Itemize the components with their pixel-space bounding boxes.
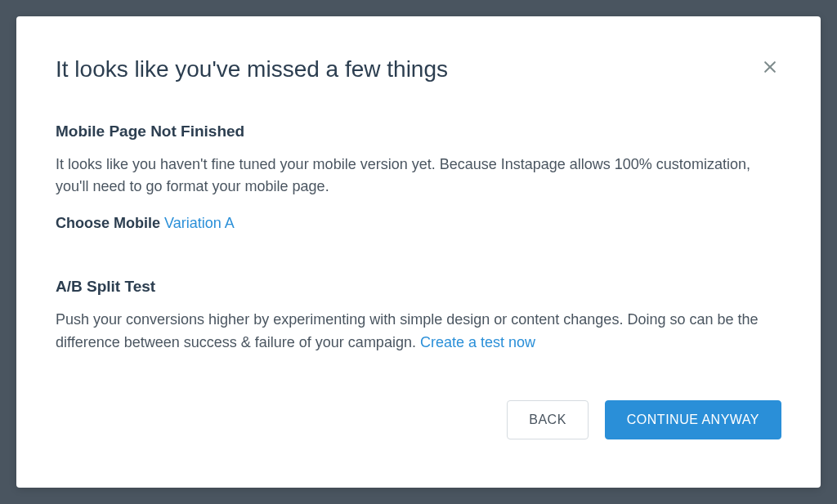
mobile-section-footer: Choose Mobile Variation A bbox=[56, 215, 781, 232]
choose-mobile-label: Choose Mobile bbox=[56, 215, 164, 231]
abtest-section: A/B Split Test Push your conversions hig… bbox=[56, 278, 781, 355]
modal-header: It looks like you've missed a few things bbox=[56, 56, 781, 83]
modal-title: It looks like you've missed a few things bbox=[56, 56, 448, 83]
close-icon bbox=[762, 59, 778, 75]
variation-link[interactable]: Variation A bbox=[164, 215, 235, 231]
abtest-text-content: Push your conversions higher by experime… bbox=[56, 311, 759, 350]
abtest-section-title: A/B Split Test bbox=[56, 278, 781, 296]
abtest-section-text: Push your conversions higher by experime… bbox=[56, 309, 781, 355]
mobile-section-title: Mobile Page Not Finished bbox=[56, 123, 781, 140]
create-test-link[interactable]: Create a test now bbox=[420, 334, 535, 350]
continue-button[interactable]: CONTINUE ANYWAY bbox=[605, 400, 781, 439]
mobile-section: Mobile Page Not Finished It looks like y… bbox=[56, 123, 781, 233]
close-button[interactable] bbox=[759, 56, 781, 78]
button-row: BACK CONTINUE ANYWAY bbox=[56, 400, 781, 439]
back-button[interactable]: BACK bbox=[507, 400, 589, 439]
modal-dialog: It looks like you've missed a few things… bbox=[16, 16, 821, 488]
mobile-section-text: It looks like you haven't fine tuned you… bbox=[56, 154, 781, 199]
